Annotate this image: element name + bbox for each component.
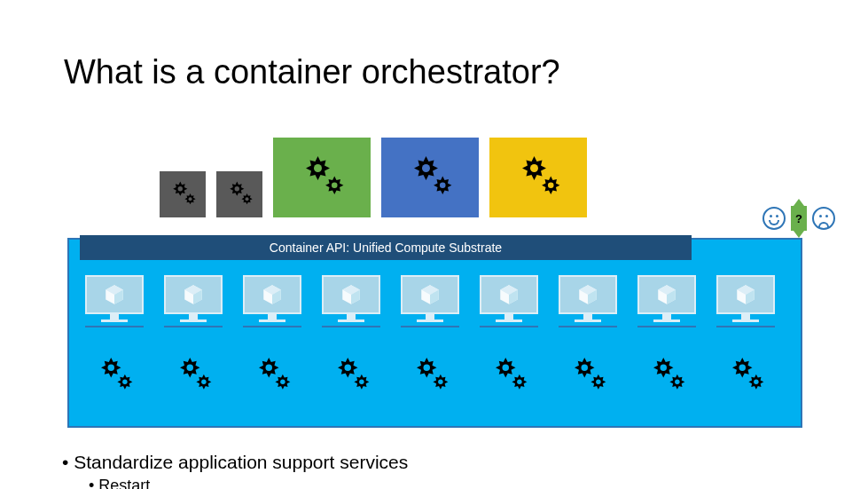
gears-icon (566, 353, 610, 398)
small-container-tile (216, 171, 262, 217)
small-container-tile (160, 171, 206, 217)
svg-point-15 (280, 380, 285, 385)
gears-icon (223, 178, 255, 210)
node-monitor (476, 275, 542, 330)
svg-point-23 (596, 380, 601, 385)
sad-face-icon (812, 207, 835, 230)
svg-point-20 (503, 365, 510, 372)
svg-point-25 (675, 380, 680, 385)
gears-icon (295, 151, 348, 204)
svg-point-21 (517, 380, 522, 385)
bullet-main: • Standardize application support servic… (62, 448, 408, 477)
cube-icon (261, 283, 284, 306)
svg-point-26 (739, 365, 747, 372)
node-gears (239, 348, 305, 403)
node-monitor (634, 275, 700, 330)
top-tiles-row (160, 138, 587, 217)
svg-point-17 (359, 380, 364, 385)
svg-point-6 (422, 164, 430, 172)
svg-point-19 (438, 380, 443, 385)
cube-icon (734, 283, 757, 306)
node-gears (397, 348, 463, 403)
gears-icon (167, 178, 199, 210)
node-gears (160, 348, 226, 403)
cube-icon (340, 283, 363, 306)
node-gears (555, 348, 621, 403)
node-monitor (160, 275, 226, 330)
svg-point-24 (661, 365, 668, 372)
node-monitor (555, 275, 621, 330)
node-monitor (397, 275, 463, 330)
node-gears (713, 348, 778, 403)
svg-point-7 (440, 182, 446, 188)
svg-point-9 (548, 182, 554, 188)
gears-icon (487, 353, 531, 398)
svg-point-2 (235, 186, 239, 191)
node-monitor (713, 275, 778, 330)
svg-point-18 (424, 365, 431, 372)
node-monitor (239, 275, 305, 330)
slide-root: What is a container orchestrator? ? Cont… (0, 0, 868, 489)
cube-icon (497, 283, 520, 306)
svg-point-8 (530, 164, 538, 172)
svg-point-14 (266, 365, 273, 372)
slide-title: What is a container orchestrator? (64, 53, 560, 91)
cube-icon (576, 283, 599, 306)
gears-icon (645, 353, 689, 398)
svg-point-12 (187, 365, 194, 372)
node-gears (634, 348, 700, 403)
svg-point-13 (201, 380, 207, 385)
bullet-sub: • Restart (89, 477, 150, 489)
svg-point-11 (122, 380, 128, 385)
status-faces: ? (762, 206, 835, 231)
gears-icon (329, 353, 373, 398)
gears-icon (250, 353, 294, 398)
gears-icon (403, 151, 457, 204)
cube-icon (418, 283, 442, 306)
gears-icon (512, 151, 565, 204)
gears-icon (408, 353, 452, 398)
gears-icon (171, 353, 215, 398)
svg-point-4 (314, 164, 322, 172)
node-monitors-row (82, 275, 778, 330)
node-gears (82, 348, 147, 403)
svg-point-3 (246, 197, 249, 201)
svg-point-0 (178, 186, 183, 191)
big-container-tile-blue (381, 138, 479, 217)
svg-point-10 (108, 365, 115, 372)
svg-point-22 (582, 365, 589, 372)
node-monitor (318, 275, 384, 330)
node-gears-row (82, 348, 778, 403)
svg-point-1 (189, 197, 192, 201)
svg-point-27 (754, 380, 759, 385)
cube-icon (182, 283, 205, 306)
question-arrow: ? (791, 206, 807, 231)
node-monitor (82, 275, 147, 330)
node-gears (476, 348, 542, 403)
cube-icon (655, 283, 678, 306)
big-container-tile-yellow (489, 138, 587, 217)
svg-point-16 (345, 365, 352, 372)
cube-icon (103, 283, 126, 306)
big-container-tile-green (273, 138, 371, 217)
node-gears (318, 348, 384, 403)
happy-face-icon (762, 207, 786, 230)
api-bar: Container API: Unified Compute Substrate (80, 235, 692, 260)
gears-icon (92, 353, 137, 398)
svg-point-5 (332, 182, 338, 188)
gears-icon (723, 353, 768, 398)
